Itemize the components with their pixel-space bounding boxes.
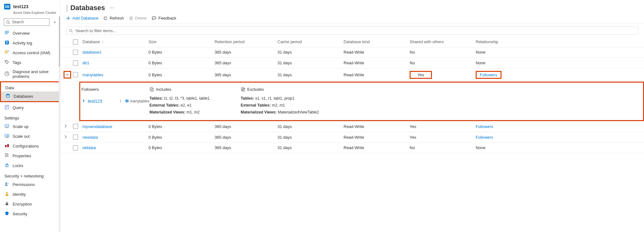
- column-header-kind[interactable]: Database kind: [340, 37, 406, 47]
- sidebar-item-database[interactable]: Databases: [1, 91, 59, 101]
- column-header-shared[interactable]: Shared with others: [406, 37, 473, 47]
- sidebar-item-tags[interactable]: Tags: [0, 58, 60, 67]
- sidebar-item-identity[interactable]: Identity: [0, 189, 60, 199]
- sidebar-item-scaleup[interactable]: Scale up: [0, 122, 60, 131]
- includes-icon: [149, 87, 154, 92]
- follower-cluster-link[interactable]: test123: [88, 99, 102, 104]
- sidebar-data-highlight: Data Databases: [0, 81, 60, 102]
- database-name-link[interactable]: db1: [82, 61, 89, 65]
- cache-cell: 31 days: [274, 47, 340, 58]
- column-header-name[interactable]: Database ↑: [79, 37, 145, 47]
- sidebar-item-security[interactable]: Security: [0, 209, 60, 219]
- sidebar-item-query[interactable]: Query: [0, 103, 60, 113]
- sidebar-item-label: Databases: [14, 94, 33, 99]
- relationship-link[interactable]: Followers: [480, 72, 497, 77]
- expand-row-button[interactable]: [64, 135, 68, 140]
- row-checkbox[interactable]: [73, 145, 78, 150]
- includes-mat-views: Materialized Views: m1, m2: [149, 110, 241, 114]
- sidebar-scrollbar-thumb[interactable]: [59, 16, 60, 67]
- sidebar-section-title: Security + networking: [0, 171, 60, 180]
- shared-cell: No: [406, 142, 473, 153]
- ret-cell: 365 days: [211, 47, 274, 58]
- filter-input[interactable]: Search to filter items...: [66, 26, 638, 35]
- excludes-ext-tables: External Tables: m2, m1: [241, 103, 643, 107]
- row-checkbox[interactable]: [73, 50, 78, 55]
- shared-cell-highlight: Yes: [410, 71, 432, 79]
- rel-cell: Followers: [473, 121, 644, 132]
- expand-row-button[interactable]: [64, 71, 71, 78]
- kind-cell: Read-Write: [340, 142, 406, 153]
- follower-db-name: manytables: [130, 99, 149, 103]
- excludes-heading: Excludes: [247, 87, 264, 92]
- table-row: db1 0 Bytes 365 days 31 days Read-Write …: [60, 58, 644, 68]
- row-checkbox[interactable]: [73, 135, 78, 140]
- sidebar-item-config[interactable]: Configurations: [0, 141, 60, 151]
- select-all-checkbox[interactable]: [73, 39, 78, 44]
- column-header-ret[interactable]: Retention period: [211, 37, 274, 47]
- rel-cell: None: [473, 58, 644, 68]
- shared-cell: Yes: [406, 132, 473, 142]
- relationship-link[interactable]: Followers: [476, 124, 493, 129]
- page-more-button[interactable]: ⋯: [108, 5, 114, 10]
- sidebar: DB test123 Azure Data Explorer Cluster S…: [0, 0, 60, 232]
- feedback-icon: [152, 16, 157, 20]
- row-checkbox[interactable]: [73, 72, 78, 77]
- size-cell: 0 Bytes: [145, 121, 211, 132]
- database-name-link[interactable]: database1: [82, 50, 102, 55]
- add-database-label: Add Database: [72, 16, 98, 20]
- props-icon: [4, 153, 9, 159]
- includes-ext-tables: External Tables: e2, e1: [149, 103, 241, 107]
- kind-cell: Read-Write: [340, 121, 406, 132]
- column-header-cache[interactable]: Cache period: [274, 37, 340, 47]
- rel-cell: None: [473, 142, 644, 153]
- size-cell: 0 Bytes: [145, 47, 211, 58]
- database-name-link[interactable]: manytables: [82, 72, 103, 77]
- size-cell: 0 Bytes: [145, 58, 211, 68]
- sidebar-item-perms[interactable]: Permissions: [0, 180, 60, 189]
- locks-icon: [4, 163, 9, 169]
- relationship-value: None: [476, 145, 485, 150]
- sidebar-item-label: Scale up: [13, 124, 29, 129]
- database-name-link[interactable]: newdata: [82, 135, 98, 140]
- size-cell: 0 Bytes: [145, 142, 211, 153]
- feedback-button[interactable]: Feedback: [152, 16, 176, 20]
- delete-label: Delete: [135, 16, 147, 20]
- svg-text:DB: DB: [5, 5, 9, 9]
- expand-row-button[interactable]: [64, 125, 68, 129]
- row-checkbox[interactable]: [73, 124, 78, 129]
- database-icon: [125, 99, 129, 103]
- search-icon: [6, 20, 10, 24]
- sidebar-item-overview[interactable]: Overview: [0, 28, 60, 38]
- database-name-link[interactable]: olddata: [82, 145, 96, 150]
- command-bar: Add Database Refresh Delete Feedback: [60, 13, 644, 24]
- databases-table: Database ↑ Size Retention period Cache p…: [60, 37, 644, 153]
- table-header-row: Database ↑ Size Retention period Cache p…: [60, 37, 644, 47]
- pin-icon: [81, 99, 86, 103]
- sidebar-item-locks[interactable]: Locks: [0, 161, 60, 171]
- shared-cell: No: [406, 58, 473, 68]
- sidebar-item-encrypt[interactable]: Encryption: [0, 199, 60, 209]
- add-database-button[interactable]: Add Database: [66, 16, 98, 20]
- sidebar-collapse-button[interactable]: «: [51, 20, 58, 24]
- sidebar-item-activity[interactable]: Activity log: [0, 38, 60, 48]
- sidebar-item-props[interactable]: Properties: [0, 151, 60, 161]
- sidebar-section-title: Data: [1, 82, 59, 91]
- sidebar-item-label: Configurations: [13, 144, 39, 148]
- sidebar-item-label: Scale out: [13, 134, 30, 139]
- sidebar-search-input[interactable]: Search: [4, 18, 49, 26]
- database-name-link[interactable]: myowndatabase: [82, 124, 112, 129]
- sidebar-scrollbar[interactable]: [59, 16, 60, 232]
- page-title-separator: |: [66, 4, 68, 12]
- refresh-button[interactable]: Refresh: [103, 16, 124, 20]
- column-header-rel[interactable]: Relationship: [473, 37, 644, 47]
- security-icon: [4, 211, 9, 217]
- relationship-link[interactable]: Followers: [476, 135, 493, 140]
- sidebar-item-diagnose[interactable]: Diagnose and solve problems: [0, 67, 60, 81]
- iam-icon: [4, 50, 9, 56]
- column-header-size[interactable]: Size: [145, 37, 211, 47]
- sidebar-item-scaleout[interactable]: Scale out: [0, 131, 60, 141]
- sidebar-item-iam[interactable]: Access control (IAM): [0, 48, 60, 58]
- ret-cell: 365 days: [211, 132, 274, 142]
- follower-sep: /: [120, 99, 121, 103]
- row-checkbox[interactable]: [73, 61, 78, 66]
